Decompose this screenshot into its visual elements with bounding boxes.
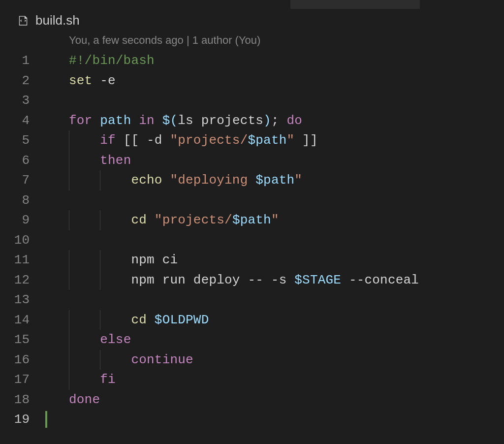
token: cd	[131, 213, 147, 227]
code-content[interactable]: done	[44, 390, 100, 410]
token: ]]	[294, 133, 317, 148]
active-tab-region[interactable]	[0, 0, 290, 9]
code-content[interactable]: #!/bin/bash	[44, 51, 155, 71]
line-number[interactable]: 4	[0, 111, 44, 131]
token: $STAGE	[294, 273, 341, 287]
code-line[interactable]: 8	[0, 190, 504, 211]
code-content[interactable]: cd $OLDPWD	[44, 310, 209, 330]
token: set	[69, 73, 92, 88]
code-line[interactable]: 18done	[0, 390, 504, 410]
code-content[interactable]: echo "deploying $path"	[44, 170, 302, 190]
line-number[interactable]: 18	[0, 390, 44, 410]
code-line[interactable]: 16 continue	[0, 350, 504, 370]
code-line[interactable]: 9 cd "projects/$path"	[0, 210, 504, 230]
token: $OLDPWD	[155, 313, 209, 327]
token: else	[100, 332, 131, 347]
token: for	[69, 113, 100, 128]
indent-guide	[69, 270, 69, 290]
token: $path	[255, 173, 294, 188]
indent-guide	[69, 170, 69, 190]
code-line[interactable]: 4for path in $(ls projects); do	[0, 111, 504, 131]
line-number[interactable]: 9	[0, 210, 44, 230]
code-line[interactable]: 11 npm ci	[0, 250, 504, 270]
indent-guide	[69, 250, 69, 270]
inactive-tab-region[interactable]	[290, 0, 420, 9]
line-number[interactable]: 11	[0, 250, 44, 270]
indent-guide	[69, 130, 69, 151]
code-content[interactable]: npm ci	[44, 250, 178, 270]
code-content[interactable]: npm run deploy -- -s $STAGE --conceal	[44, 270, 419, 290]
token: $path	[232, 213, 271, 227]
code-line[interactable]: 10	[0, 230, 504, 251]
code-line[interactable]: 6 then	[0, 151, 504, 171]
code-content[interactable]: cd "projects/$path"	[44, 210, 279, 230]
token	[69, 133, 100, 148]
line-number[interactable]: 12	[0, 270, 44, 290]
line-number[interactable]: 17	[0, 370, 44, 390]
indent-guide	[100, 350, 100, 370]
token: "projects/	[155, 213, 232, 227]
code-line[interactable]: 13	[0, 290, 504, 310]
token	[69, 153, 100, 168]
token	[162, 173, 170, 188]
line-number[interactable]: 5	[0, 130, 44, 151]
code-line[interactable]: 15 else	[0, 330, 504, 350]
token: echo	[131, 173, 162, 188]
line-number[interactable]: 14	[0, 310, 44, 330]
token: "	[294, 173, 302, 188]
token: npm ci	[69, 253, 178, 267]
text-cursor	[45, 411, 47, 428]
code-editor[interactable]: You, a few seconds ago | 1 author (You) …	[0, 32, 504, 430]
line-number[interactable]: 15	[0, 330, 44, 350]
code-line[interactable]: 19	[0, 410, 504, 430]
code-line[interactable]: 12 npm run deploy -- -s $STAGE --conceal	[0, 270, 504, 290]
line-number[interactable]: 8	[0, 190, 44, 211]
token	[69, 372, 100, 387]
code-line[interactable]: 17 fi	[0, 370, 504, 390]
token: )	[263, 113, 271, 128]
indent-guide	[100, 270, 100, 290]
code-content[interactable]: continue	[44, 350, 193, 370]
code-line[interactable]: 1#!/bin/bash	[0, 51, 504, 71]
token: ;	[271, 113, 287, 128]
code-line[interactable]: 7 echo "deploying $path"	[0, 170, 504, 190]
token: [[ -d	[116, 133, 170, 148]
code-line[interactable]: 2set -e	[0, 71, 504, 91]
indent-guide	[100, 170, 100, 190]
breadcrumb[interactable]: build.sh	[0, 9, 504, 32]
file-name[interactable]: build.sh	[35, 13, 80, 28]
line-number[interactable]: 16	[0, 350, 44, 370]
line-number[interactable]: 10	[0, 230, 44, 251]
token: "	[287, 133, 295, 148]
code-content[interactable]: for path in $(ls projects); do	[44, 111, 302, 131]
token: $(	[162, 113, 178, 128]
line-number[interactable]: 19	[0, 410, 44, 430]
code-content[interactable]: if [[ -d "projects/$path" ]]	[44, 130, 318, 151]
token: --conceal	[341, 273, 419, 287]
code-line[interactable]: 3	[0, 91, 504, 111]
code-content[interactable]: else	[44, 330, 131, 350]
code-content[interactable]: then	[44, 151, 131, 171]
line-number[interactable]: 3	[0, 91, 44, 111]
token	[147, 313, 155, 327]
line-number[interactable]: 2	[0, 71, 44, 91]
indent-guide	[69, 151, 69, 171]
token: done	[69, 392, 100, 407]
line-number[interactable]: 6	[0, 151, 44, 171]
token	[147, 213, 155, 227]
code-line[interactable]: 5 if [[ -d "projects/$path" ]]	[0, 130, 504, 151]
line-number[interactable]: 1	[0, 51, 44, 71]
line-number[interactable]: 13	[0, 290, 44, 310]
token	[69, 332, 100, 347]
token: "	[271, 213, 279, 227]
token: then	[100, 153, 131, 168]
token: #!/bin/bash	[69, 53, 155, 68]
code-line[interactable]: 14 cd $OLDPWD	[0, 310, 504, 330]
code-content[interactable]: fi	[44, 370, 116, 390]
code-content[interactable]: set -e	[44, 71, 116, 91]
codelens-annotation[interactable]: You, a few seconds ago | 1 author (You)	[0, 34, 504, 47]
line-number[interactable]: 7	[0, 170, 44, 190]
token: -e	[92, 73, 115, 88]
tab-strip[interactable]	[0, 0, 504, 9]
token: "deploying	[170, 173, 255, 188]
